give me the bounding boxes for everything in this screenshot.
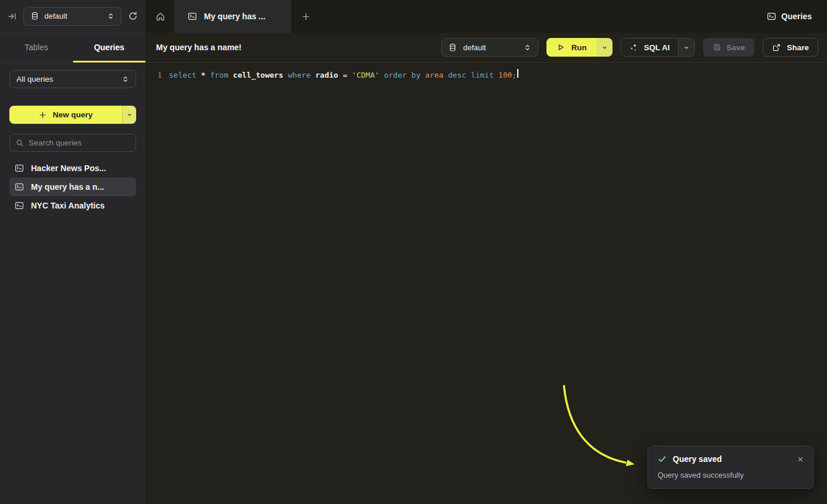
tab-tables[interactable]: Tables xyxy=(0,33,73,62)
collapse-sidebar-icon xyxy=(8,12,17,21)
home-icon xyxy=(155,12,165,22)
query-filter: All queries xyxy=(0,62,146,88)
main-area: My query has ... Queries My query has a … xyxy=(146,0,827,504)
refresh-icon xyxy=(128,11,138,21)
save-label: Save xyxy=(726,43,745,52)
plus-icon xyxy=(302,12,310,21)
chevron-down-icon xyxy=(601,44,608,51)
search-icon xyxy=(16,139,24,147)
saved-queries-list: Hacker News Pos... My query has a n... N… xyxy=(9,159,136,215)
toast-message: Query saved successfully xyxy=(658,471,804,479)
code-line: 1 select * from cell_towers where radio … xyxy=(146,62,827,81)
save-button[interactable]: Save xyxy=(703,38,755,57)
sql-ai-label: SQL AI xyxy=(644,43,670,52)
close-icon xyxy=(797,456,804,463)
run-options-button[interactable] xyxy=(597,38,613,57)
query-title: My query has a name! xyxy=(156,43,241,52)
queries-panel-label: Queries xyxy=(781,12,812,21)
sidebar-database-selector[interactable]: default xyxy=(23,7,122,26)
search-queries-box xyxy=(9,134,136,152)
query-icon xyxy=(188,12,197,21)
sidebar-toolbar: default xyxy=(0,0,146,33)
header-database-value: default xyxy=(463,43,518,52)
chevrons-up-down-icon xyxy=(122,75,129,83)
tab-queries-label: Queries xyxy=(94,43,124,52)
sidebar: default Tables Queries All queries xyxy=(0,0,146,504)
tab-bar-spacer xyxy=(320,0,767,33)
header-database-selector[interactable]: default xyxy=(441,38,538,57)
sidebar-database-value: default xyxy=(44,12,102,20)
new-query-split-button: New query xyxy=(9,106,136,124)
new-query-button[interactable]: New query xyxy=(9,106,122,124)
new-tab-button[interactable] xyxy=(291,0,320,33)
query-list-item-label: My query has a n... xyxy=(31,182,104,192)
share-label: Share xyxy=(787,43,809,52)
active-tab-label: My query has ... xyxy=(204,12,265,21)
plus-icon xyxy=(39,111,47,119)
query-list-item-label: NYC Taxi Analytics xyxy=(31,201,105,210)
database-icon xyxy=(448,43,457,52)
active-query-tab[interactable]: My query has ... xyxy=(174,0,291,33)
tab-queries[interactable]: Queries xyxy=(73,33,146,62)
share-button[interactable]: Share xyxy=(763,38,818,57)
sidebar-tabs: Tables Queries xyxy=(0,33,146,62)
all-queries-value: All queries xyxy=(16,75,122,84)
query-list-item[interactable]: Hacker News Pos... xyxy=(9,159,136,178)
sql-console-app: default Tables Queries All queries xyxy=(0,0,827,504)
share-icon xyxy=(772,43,781,52)
line-number: 1 xyxy=(154,69,162,81)
query-icon xyxy=(767,12,776,21)
all-queries-dropdown[interactable]: All queries xyxy=(9,70,136,88)
sql-ai-button[interactable]: SQL AI xyxy=(621,39,678,56)
play-icon xyxy=(556,43,565,51)
tab-bar: My query has ... Queries xyxy=(146,0,827,33)
new-query-dropdown-button[interactable] xyxy=(122,106,136,124)
database-icon xyxy=(30,12,39,20)
toast-close-button[interactable] xyxy=(797,456,804,463)
toast-title: Query saved xyxy=(673,454,791,464)
chevrons-up-down-icon xyxy=(107,12,115,20)
query-icon xyxy=(15,201,24,210)
search-queries-input[interactable] xyxy=(29,138,132,147)
query-icon xyxy=(15,182,24,192)
query-list-item-label: Hacker News Pos... xyxy=(31,164,106,173)
sparkles-icon xyxy=(629,43,638,52)
sql-code-line: select * from cell_towers where radio = … xyxy=(169,69,517,81)
queries-panel-button[interactable]: Queries xyxy=(767,0,827,33)
toast-header: Query saved xyxy=(658,454,804,464)
save-icon xyxy=(713,43,721,51)
run-button[interactable]: Run xyxy=(546,38,596,57)
refresh-button[interactable] xyxy=(128,11,138,21)
run-split-button: Run xyxy=(546,38,612,57)
query-list-item-selected[interactable]: My query has a n... xyxy=(9,178,136,196)
query-list-item[interactable]: NYC Taxi Analytics xyxy=(9,196,136,215)
check-icon xyxy=(658,454,667,464)
chevrons-up-down-icon xyxy=(524,44,531,51)
chevron-down-icon xyxy=(683,44,690,51)
query-header: My query has a name! default Run xyxy=(146,33,827,62)
tab-tables-label: Tables xyxy=(25,43,48,52)
sql-ai-options-button[interactable] xyxy=(678,39,694,56)
sql-ai-split-button: SQL AI xyxy=(621,38,695,57)
new-query-label: New query xyxy=(53,110,92,119)
run-label: Run xyxy=(571,43,586,52)
text-cursor xyxy=(517,69,518,78)
query-icon xyxy=(15,164,24,173)
chevron-down-icon xyxy=(126,112,133,118)
sql-editor[interactable]: 1 select * from cell_towers where radio … xyxy=(146,62,827,504)
toast-query-saved: Query saved Query saved successfully xyxy=(648,446,814,489)
home-button[interactable] xyxy=(146,0,174,33)
collapse-sidebar-button[interactable] xyxy=(8,12,17,21)
